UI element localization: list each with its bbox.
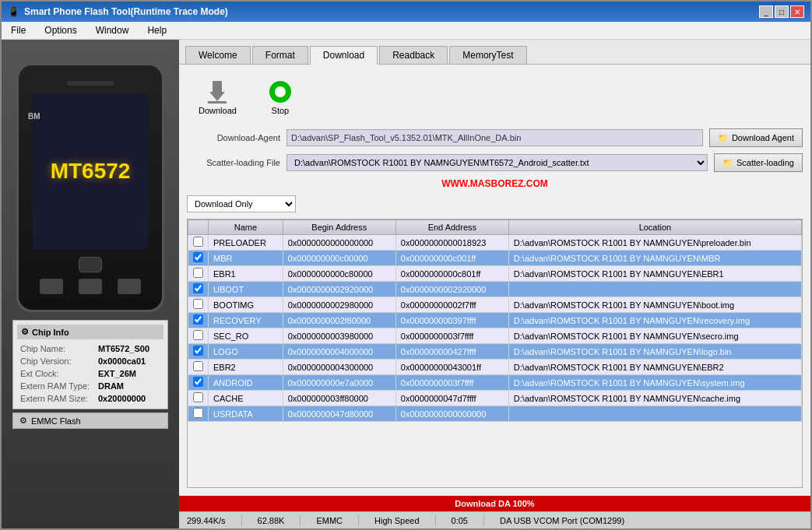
chip-version-value: 0x0000ca01 [95, 355, 163, 367]
tab-welcome[interactable]: Welcome [185, 46, 251, 64]
dropdown-row: Download OnlyFirmware UpgradeFormat All … [187, 195, 803, 212]
stop-button[interactable]: Stop [260, 76, 301, 118]
menu-options[interactable]: Options [38, 23, 83, 37]
row-name: RECOVERY [209, 313, 283, 328]
row-checkbox-cell[interactable] [188, 282, 209, 297]
close-button[interactable]: ✕ [790, 5, 804, 18]
download-agent-input[interactable] [286, 129, 703, 146]
menu-file[interactable]: File [5, 23, 32, 37]
stop-label: Stop [272, 106, 290, 115]
row-checkbox-cell[interactable] [188, 344, 209, 360]
row-checkbox[interactable] [193, 392, 203, 402]
download-agent-button[interactable]: 📁 Download Agent [709, 128, 803, 147]
row-end: 0x0000000047d7ffff [395, 391, 508, 406]
status-time: 0:05 [452, 516, 468, 525]
divider-4 [435, 515, 436, 526]
table-row: BOOTIMG 0x0000000002980000 0x00000000002… [188, 297, 802, 313]
col-begin: Begin Address [283, 220, 395, 235]
phone-screen: MT6572 [32, 93, 149, 249]
row-name: EBR2 [209, 360, 283, 375]
row-location: D:\advan\ROMSTOCK R1001 BY NAMNGUYEN\log… [508, 344, 801, 360]
chip-name-row: Chip Name: MT6572_S00 [17, 342, 163, 355]
row-checkbox-cell[interactable] [188, 328, 209, 344]
maximize-button[interactable]: □ [775, 5, 789, 18]
row-checkbox[interactable] [193, 330, 203, 340]
tab-format[interactable]: Format [252, 46, 308, 64]
row-checkbox[interactable] [193, 268, 203, 278]
row-checkbox[interactable] [193, 408, 203, 418]
row-checkbox-cell[interactable] [188, 391, 209, 406]
table-row: PRELOADER 0x0000000000000000 0x000000000… [188, 235, 802, 251]
row-location: D:\advan\ROMSTOCK R1001 BY NAMNGUYEN\cac… [508, 391, 801, 406]
scatter-button[interactable]: 📁 Scatter-loading [714, 153, 803, 172]
chip-info-table: Chip Name: MT6572_S00 Chip Version: 0x00… [17, 342, 163, 405]
download-button[interactable]: Download [191, 76, 244, 118]
file-table-container[interactable]: Name Begin Address End Address Location … [187, 219, 803, 488]
phone-nav-buttons [40, 279, 141, 294]
row-checkbox[interactable] [193, 237, 203, 247]
table-row: ANDROID 0x000000000e7a0000 0x0000000003f… [188, 375, 802, 391]
progress-bar: Download DA 100% [179, 496, 810, 511]
table-header-row: Name Begin Address End Address Location [188, 220, 802, 235]
row-location [508, 282, 801, 297]
row-checkbox[interactable] [193, 346, 203, 356]
row-checkbox-cell[interactable] [188, 251, 209, 266]
row-checkbox[interactable] [193, 252, 203, 262]
table-row: UBOOT 0x0000000002920000 0x0000000002920… [188, 282, 802, 297]
row-begin: 0x0000000002980000 [283, 297, 395, 313]
tab-download[interactable]: Download [310, 46, 378, 65]
row-name: UBOOT [209, 282, 283, 297]
phone-speaker [67, 81, 114, 86]
row-name: BOOTIMG [209, 297, 283, 313]
table-row: RECOVERY 0x0000000002f80000 0x0000000003… [188, 313, 802, 328]
row-checkbox-cell[interactable] [188, 297, 209, 313]
folder-icon: 📁 [718, 133, 729, 143]
row-end: 0x0000000000c801ff [395, 266, 508, 282]
scatter-input[interactable]: D:\advan\ROMSTOCK R1001 BY NAMNGUYEN\MT6… [286, 154, 708, 171]
svg-rect-2 [208, 101, 227, 104]
row-checkbox-cell[interactable] [188, 360, 209, 375]
download-label: Download [199, 106, 237, 115]
mode-dropdown[interactable]: Download OnlyFirmware UpgradeFormat All … [187, 195, 296, 212]
tab-memorytest[interactable]: MemoryTest [449, 46, 526, 64]
status-mode: High Speed [374, 516, 420, 525]
row-checkbox-cell[interactable] [188, 313, 209, 328]
right-panel: Welcome Format Download Readback MemoryT… [179, 40, 810, 528]
phone-panel: BM MT6572 ⚙ Chip Info [2, 40, 179, 528]
row-begin: 0x0000000047d80000 [283, 406, 395, 422]
row-name: ANDROID [209, 375, 283, 391]
menu-help[interactable]: Help [141, 23, 173, 37]
chip-icon: ⚙ [21, 327, 29, 337]
nav-menu [118, 279, 141, 294]
row-checkbox-cell[interactable] [188, 266, 209, 282]
row-location: D:\advan\ROMSTOCK R1001 BY NAMNGUYEN\boo… [508, 297, 801, 313]
row-checkbox-cell[interactable] [188, 235, 209, 251]
row-begin: 0x0000000004300000 [283, 360, 395, 375]
download-agent-row: Download-Agent 📁 Download Agent [187, 128, 803, 147]
svg-marker-1 [209, 92, 225, 101]
row-begin: 0x0000000002920000 [283, 282, 395, 297]
row-checkbox[interactable] [193, 283, 203, 293]
ram-size-label: Extern RAM Size: [17, 392, 95, 405]
row-checkbox[interactable] [193, 377, 203, 387]
chip-info-title: ⚙ Chip Info [17, 325, 163, 339]
col-location: Location [508, 220, 801, 235]
stop-icon [268, 79, 293, 104]
table-row: MBR 0x000000000c00000 0x000000000c001ff … [188, 251, 802, 266]
table-row: EBR1 0x0000000000c80000 0x0000000000c801… [188, 266, 802, 282]
row-checkbox-cell[interactable] [188, 375, 209, 391]
table-row: LOGO 0x0000000004000000 0x000000000427ff… [188, 344, 802, 360]
tab-readback[interactable]: Readback [379, 46, 448, 64]
row-location [508, 406, 801, 422]
row-checkbox[interactable] [193, 361, 203, 371]
minimize-button[interactable]: _ [759, 5, 773, 18]
menu-window[interactable]: Window [90, 23, 135, 37]
row-checkbox-cell[interactable] [188, 406, 209, 422]
row-checkbox[interactable] [193, 299, 203, 309]
main-window: 📱 Smart Phone Flash Tool(Runtime Trace M… [0, 0, 812, 530]
row-checkbox[interactable] [193, 314, 203, 325]
row-location: D:\advan\ROMSTOCK R1001 BY NAMNGUYEN\EBR… [508, 266, 801, 282]
chip-info-scroll[interactable]: Chip Name: MT6572_S00 Chip Version: 0x00… [17, 342, 163, 405]
row-end: 0x0000000003f7ffff [395, 328, 508, 344]
row-location: D:\advan\ROMSTOCK R1001 BY NAMNGUYEN\rec… [508, 313, 801, 328]
